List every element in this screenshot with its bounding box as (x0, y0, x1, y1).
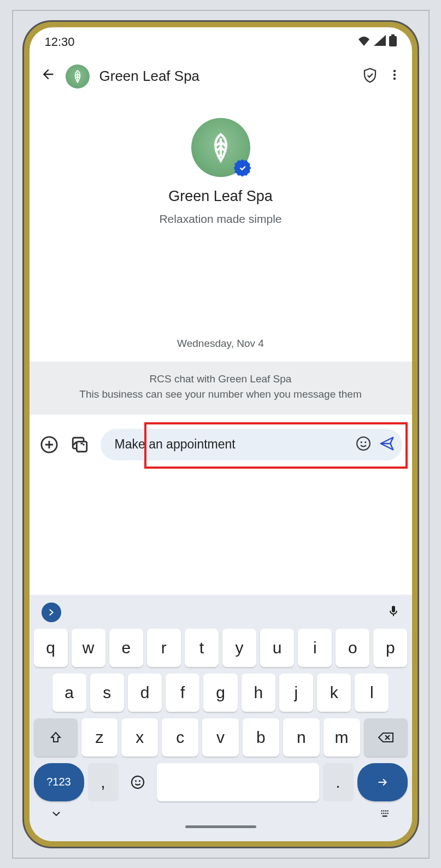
gesture-handle[interactable] (185, 825, 256, 828)
keyboard-collapse-button[interactable] (50, 808, 62, 822)
key-z[interactable]: z (81, 718, 118, 757)
key-t[interactable]: t (185, 629, 219, 667)
svg-point-22 (387, 810, 389, 812)
key-g[interactable]: g (203, 674, 237, 712)
svg-point-17 (134, 780, 136, 782)
comma-key[interactable]: , (88, 763, 119, 801)
key-e[interactable]: e (109, 629, 143, 667)
add-attachment-button[interactable] (39, 435, 59, 454)
key-x[interactable]: x (121, 718, 158, 757)
space-key[interactable] (157, 763, 319, 801)
keyboard-settings-icon[interactable] (379, 808, 391, 822)
svg-point-10 (357, 437, 370, 450)
voice-input-button[interactable] (387, 604, 400, 621)
key-d[interactable]: d (128, 674, 162, 712)
message-input[interactable]: Make an appointment (115, 437, 350, 452)
svg-rect-0 (391, 34, 395, 36)
key-h[interactable]: h (242, 674, 275, 712)
contact-name: Green Leaf Spa (168, 188, 273, 205)
emoji-key[interactable] (122, 763, 153, 801)
svg-rect-1 (389, 36, 397, 46)
key-m[interactable]: m (324, 718, 360, 757)
keyboard-expand-button[interactable] (42, 603, 61, 622)
info-line-2: This business can see your number when y… (46, 387, 396, 403)
svg-point-26 (387, 812, 389, 814)
wifi-icon (357, 35, 371, 49)
svg-point-21 (385, 810, 386, 812)
signal-icon (374, 35, 386, 49)
composer: Make an appointment (39, 429, 402, 460)
info-banner: RCS chat with Green Leaf Spa This busine… (30, 362, 412, 415)
svg-point-23 (381, 812, 383, 814)
send-button[interactable] (377, 435, 397, 454)
more-options-button[interactable] (388, 68, 401, 85)
leaf-icon (205, 132, 237, 163)
svg-point-3 (393, 73, 395, 75)
svg-point-18 (138, 780, 140, 782)
svg-rect-27 (382, 815, 387, 816)
key-k[interactable]: k (317, 674, 351, 712)
key-f[interactable]: f (166, 674, 199, 712)
emoji-button[interactable] (355, 435, 372, 454)
status-bar: 12:30 (30, 27, 412, 57)
key-r[interactable]: r (147, 629, 181, 667)
key-l[interactable]: l (355, 674, 389, 712)
phone-screen: 12:30 Green Leaf Spa (30, 27, 412, 841)
key-c[interactable]: c (162, 718, 198, 757)
key-w[interactable]: w (72, 629, 105, 667)
contact-avatar-small[interactable] (66, 64, 90, 88)
date-divider: Wednesday, Nov 4 (30, 338, 412, 350)
phone-frame: 12:30 Green Leaf Spa (24, 22, 418, 847)
info-line-1: RCS chat with Green Leaf Spa (46, 371, 396, 387)
key-n[interactable]: n (283, 718, 320, 757)
key-q[interactable]: q (34, 629, 68, 667)
message-input-container: Make an appointment (101, 429, 402, 460)
key-b[interactable]: b (243, 718, 279, 757)
key-v[interactable]: v (202, 718, 239, 757)
svg-point-2 (393, 69, 395, 72)
enter-key[interactable] (357, 763, 408, 801)
svg-point-25 (385, 812, 386, 814)
svg-point-24 (383, 812, 384, 814)
period-key[interactable]: . (323, 763, 354, 801)
key-i[interactable]: i (298, 629, 332, 667)
contact-intro: Green Leaf Spa Relaxation made simple (30, 96, 412, 226)
key-a[interactable]: a (52, 674, 86, 712)
symbols-key[interactable]: ?123 (34, 763, 84, 801)
clock-label: 12:30 (45, 35, 75, 49)
svg-point-19 (381, 810, 383, 812)
back-button[interactable] (40, 67, 56, 86)
svg-point-20 (383, 810, 384, 812)
battery-icon (389, 34, 397, 50)
gallery-button[interactable] (70, 435, 90, 454)
virtual-keyboard: qwertyuiop asdfghjkl zxcvbnm ?123 , . (30, 595, 412, 841)
svg-point-8 (83, 444, 84, 445)
backspace-key[interactable] (364, 718, 408, 757)
key-u[interactable]: u (260, 629, 294, 667)
verified-shield-icon[interactable] (362, 67, 378, 86)
svg-point-4 (393, 77, 395, 79)
chat-title: Green Leaf Spa (99, 68, 352, 85)
key-s[interactable]: s (90, 674, 124, 712)
chat-header: Green Leaf Spa (30, 57, 412, 96)
key-o[interactable]: o (336, 629, 369, 667)
conversation-area: Green Leaf Spa Relaxation made simple We… (30, 96, 412, 595)
key-j[interactable]: j (279, 674, 313, 712)
svg-rect-9 (80, 442, 83, 444)
svg-point-16 (131, 776, 143, 788)
contact-tagline: Relaxation made simple (159, 212, 281, 226)
svg-point-11 (360, 441, 362, 442)
key-p[interactable]: p (373, 629, 407, 667)
leaf-icon (70, 69, 85, 84)
key-y[interactable]: y (222, 629, 256, 667)
svg-rect-14 (392, 606, 395, 612)
svg-point-12 (364, 441, 366, 442)
shift-key[interactable] (34, 718, 78, 757)
